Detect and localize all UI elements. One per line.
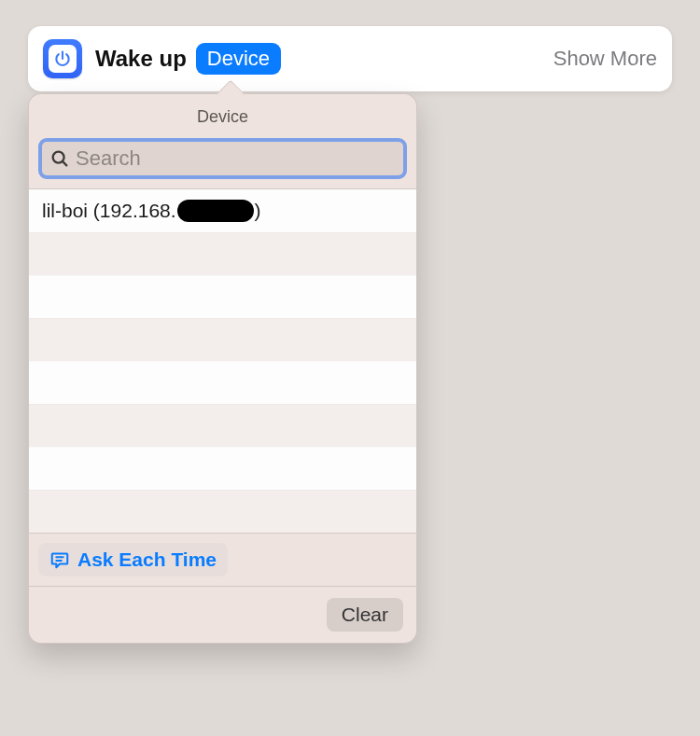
list-item[interactable] bbox=[29, 490, 416, 533]
search-icon bbox=[49, 148, 70, 169]
ask-each-time-button[interactable]: Ask Each Time bbox=[38, 543, 228, 576]
clear-button[interactable]: Clear bbox=[327, 598, 403, 632]
svg-line-1 bbox=[63, 161, 66, 165]
action-title: Wake up bbox=[95, 46, 187, 72]
ask-each-time-label: Ask Each Time bbox=[77, 549, 217, 571]
device-picker-popover: Device lil-boi (192.168.) Ask bbox=[28, 93, 417, 644]
search-input[interactable] bbox=[76, 146, 396, 171]
action-app-icon bbox=[43, 39, 82, 78]
list-item[interactable] bbox=[29, 275, 416, 318]
list-item[interactable] bbox=[29, 318, 416, 361]
list-item[interactable]: lil-boi (192.168.) bbox=[29, 189, 416, 232]
device-label-suffix: ) bbox=[255, 200, 261, 222]
device-list: lil-boi (192.168.) bbox=[29, 188, 416, 533]
list-item[interactable] bbox=[29, 447, 416, 490]
popover-footer: Clear bbox=[29, 586, 416, 643]
list-item[interactable] bbox=[29, 232, 416, 275]
device-label-prefix: lil-boi (192.168. bbox=[42, 200, 176, 222]
ask-each-time-row: Ask Each Time bbox=[29, 533, 416, 586]
search-box[interactable] bbox=[38, 138, 407, 179]
list-item[interactable] bbox=[29, 404, 416, 447]
show-more-button[interactable]: Show More bbox=[553, 47, 657, 71]
power-icon bbox=[49, 45, 77, 73]
device-token[interactable]: Device bbox=[196, 43, 281, 75]
action-bar: Wake up Device Show More bbox=[28, 26, 672, 91]
search-container bbox=[29, 138, 416, 188]
redacted-block bbox=[177, 200, 254, 222]
message-icon bbox=[49, 549, 70, 570]
list-item[interactable] bbox=[29, 361, 416, 404]
